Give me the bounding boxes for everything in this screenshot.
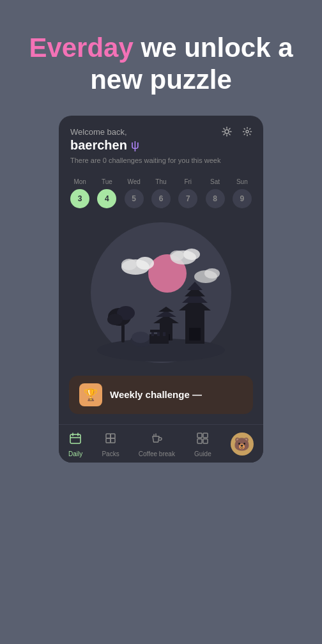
- day-label: Tue: [102, 178, 112, 185]
- svg-rect-56: [203, 439, 208, 443]
- card-header: Welcome back, baerchen ψ There are 0 cha…: [59, 116, 263, 172]
- svg-point-17: [170, 250, 184, 261]
- nav-daily-label: Daily: [68, 450, 82, 457]
- day-number[interactable]: 9: [233, 189, 252, 208]
- week-row: Mon3Tue4Wed5Thu6Fri7Sat8Sun9: [59, 172, 263, 211]
- nav-guide[interactable]: Guide: [194, 431, 211, 457]
- day-col-sat[interactable]: Sat8: [206, 178, 225, 208]
- day-number[interactable]: 5: [125, 189, 144, 208]
- day-col-fri[interactable]: Fri7: [178, 178, 197, 208]
- svg-point-24: [107, 314, 123, 325]
- nav-profile[interactable]: 🐻: [231, 433, 254, 456]
- weekly-challenge-banner[interactable]: 🏆 Weekly challenge —: [69, 376, 253, 414]
- coffee-icon: [150, 431, 164, 448]
- svg-point-0: [225, 130, 229, 134]
- day-label: Sat: [210, 178, 220, 185]
- svg-rect-50: [111, 438, 115, 443]
- nav-coffee-label: Coffee break: [139, 450, 175, 457]
- nav-packs[interactable]: Packs: [102, 431, 119, 457]
- settings-icon[interactable]: [240, 125, 254, 139]
- nav-guide-label: Guide: [194, 450, 211, 457]
- day-number[interactable]: 3: [70, 189, 89, 208]
- svg-point-9: [246, 130, 249, 133]
- header-icons: [220, 125, 254, 139]
- packs-icon: [103, 431, 118, 448]
- svg-line-6: [229, 134, 230, 134]
- svg-rect-47: [106, 434, 111, 438]
- day-number[interactable]: 6: [151, 189, 171, 208]
- svg-point-13: [136, 257, 154, 270]
- hero-section: Everday we unlock a new puzzle: [0, 0, 322, 116]
- bear-avatar: 🐻: [231, 433, 254, 456]
- psi-icon: ψ: [131, 139, 139, 152]
- svg-line-7: [224, 134, 224, 134]
- app-card: Welcome back, baerchen ψ There are 0 cha…: [59, 116, 263, 463]
- day-col-thu[interactable]: Thu6: [151, 178, 171, 208]
- day-label: Mon: [73, 178, 86, 185]
- day-label: Thu: [155, 178, 166, 185]
- svg-point-14: [121, 259, 137, 270]
- day-number[interactable]: 4: [97, 189, 116, 208]
- nav-packs-label: Packs: [102, 450, 119, 457]
- day-col-wed[interactable]: Wed5: [125, 178, 144, 208]
- day-label: Wed: [128, 178, 141, 185]
- day-number[interactable]: 7: [178, 189, 197, 208]
- svg-line-5: [224, 128, 224, 129]
- nav-daily[interactable]: Daily: [68, 431, 82, 457]
- svg-rect-55: [197, 439, 202, 443]
- username-row: baerchen ψ: [70, 138, 252, 153]
- svg-rect-21: [121, 325, 125, 342]
- day-number[interactable]: 8: [206, 189, 225, 208]
- day-label: Fri: [184, 178, 192, 185]
- svg-rect-43: [70, 434, 80, 443]
- nav-coffee[interactable]: Coffee break: [139, 431, 175, 457]
- username: baerchen: [70, 138, 127, 153]
- day-col-sun[interactable]: Sun9: [233, 178, 252, 208]
- day-label: Sun: [236, 178, 248, 185]
- day-col-tue[interactable]: Tue4: [97, 178, 116, 208]
- svg-point-16: [183, 249, 200, 260]
- svg-rect-42: [150, 330, 168, 332]
- brightness-icon[interactable]: [220, 125, 234, 139]
- svg-rect-49: [106, 438, 111, 443]
- illustration[interactable]: [59, 216, 263, 369]
- svg-point-19: [204, 268, 220, 279]
- guide-icon: [195, 431, 210, 448]
- challenges-text: There are 0 challenges waiting for you t…: [70, 157, 252, 164]
- trophy-icon: 🏆: [79, 383, 102, 406]
- hero-accent: Everday: [29, 33, 133, 63]
- day-col-mon[interactable]: Mon3: [70, 178, 89, 208]
- svg-line-8: [229, 128, 230, 129]
- svg-rect-48: [111, 434, 115, 438]
- svg-rect-37: [189, 328, 201, 341]
- svg-rect-54: [203, 433, 208, 438]
- bottom-nav: Daily Packs Coff: [59, 424, 263, 463]
- daily-icon: [68, 431, 82, 448]
- svg-rect-53: [197, 433, 202, 438]
- weekly-challenge-label: Weekly challenge —: [110, 389, 202, 400]
- svg-point-26: [132, 332, 150, 343]
